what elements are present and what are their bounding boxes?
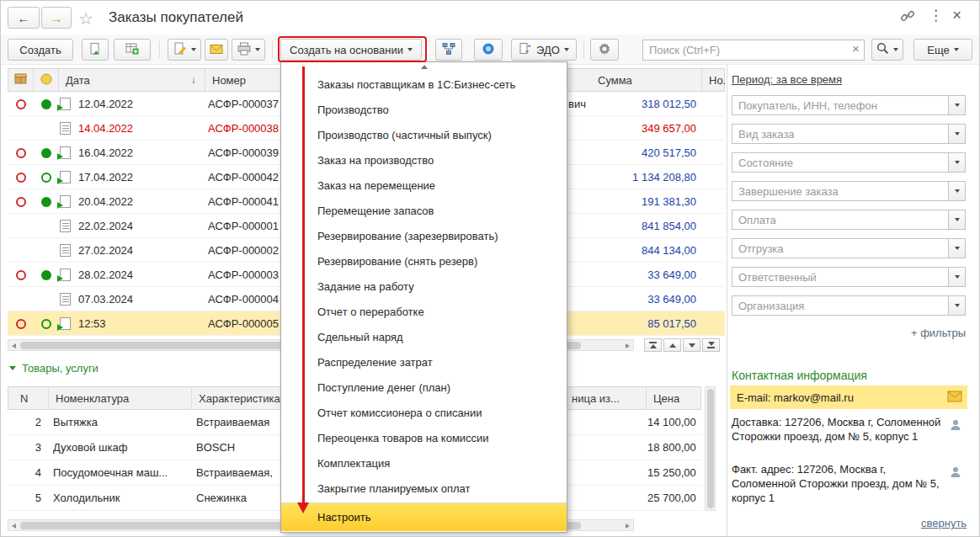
number-column-header[interactable]: Номер — [205, 69, 291, 91]
order-date: 07.03.2024 — [78, 287, 205, 311]
filter-completion-input[interactable]: Завершение заказа — [732, 181, 949, 201]
settings-gear-button[interactable] — [590, 39, 619, 61]
go-down-button[interactable] — [683, 338, 700, 352]
menu-item[interactable]: Отчет комиссионера о списании — [281, 401, 567, 426]
payment-status-icon — [41, 173, 51, 183]
collapse-link[interactable]: свернуть — [921, 517, 967, 529]
menu-item[interactable]: Отчет о переработке — [281, 300, 567, 325]
menu-item[interactable]: Задание на работу — [281, 274, 567, 300]
filter-order-type-input[interactable]: Вид заказа — [732, 124, 949, 144]
go-up-button[interactable] — [663, 338, 681, 352]
menu-dots-icon[interactable]: ⋮ — [929, 8, 943, 24]
menu-item[interactable]: Резервирование (зарезервировать) — [281, 224, 567, 249]
go-last-button[interactable] — [702, 338, 720, 352]
search-options-button[interactable] — [871, 39, 903, 61]
delivery-address: Доставка: 127206, Москва г, Соломенной С… — [732, 415, 944, 459]
filter-state-dropdown[interactable] — [949, 152, 966, 173]
menu-item[interactable]: Закрытие планируемых оплат — [281, 476, 567, 502]
menu-item[interactable]: Распределение затрат — [281, 350, 567, 375]
filter-organization-input[interactable]: Организация — [732, 295, 949, 316]
menu-item[interactable]: Производство (частичный выпуск) — [281, 123, 567, 148]
order-date: 16.04.2022 — [78, 141, 205, 164]
menu-item[interactable]: Сдельный наряд — [281, 325, 567, 350]
characteristic-column-header[interactable]: Характеристика — [192, 387, 288, 409]
shipment-status-icon — [16, 270, 26, 280]
person-icon[interactable] — [949, 465, 962, 481]
list-nav-buttons — [644, 338, 722, 352]
print-button[interactable] — [232, 39, 265, 61]
camera-button[interactable] — [474, 39, 503, 61]
favorite-star-icon[interactable]: ☆ — [78, 8, 93, 29]
back-button[interactable]: ← — [8, 7, 40, 29]
date-column-header[interactable]: Дата ↓ — [59, 69, 205, 91]
search-clear-icon[interactable]: × — [852, 42, 860, 55]
filter-shipment-dropdown[interactable] — [949, 238, 966, 258]
filter-state-input[interactable]: Состояние — [732, 152, 949, 173]
next-column-header[interactable]: Но... — [702, 69, 725, 91]
sort-desc-icon: ↓ — [191, 74, 196, 86]
create-group-button[interactable] — [114, 39, 151, 61]
sum-column-header[interactable]: Сумма — [591, 69, 702, 91]
toolbar-separator — [159, 41, 160, 58]
menu-item[interactable]: Комплектация — [281, 451, 567, 476]
posted-doc-icon — [60, 195, 71, 208]
scroll-left-icon[interactable] — [12, 343, 16, 348]
back-arrow-icon: ← — [18, 11, 30, 25]
filter-payment-input[interactable]: Оплата — [732, 210, 949, 230]
edo-doc-icon — [519, 42, 532, 58]
menu-item[interactable]: Заказ на перемещение — [281, 173, 567, 199]
order-number: АСФР-000041 — [208, 189, 292, 213]
coin-icon — [40, 73, 52, 88]
items-section-header[interactable]: Товары, услуги — [9, 362, 99, 375]
order-sum: 85 017,50 — [553, 311, 696, 335]
email-row[interactable]: E-mail: markov@mail.ru — [730, 385, 967, 409]
close-icon[interactable]: × — [952, 7, 961, 24]
scrollbar-thumb[interactable] — [707, 389, 714, 508]
contact-info-title: Контактная информация — [732, 369, 867, 382]
create-button[interactable]: Создать — [8, 39, 73, 61]
menu-item[interactable]: Перемещение запасов — [281, 199, 567, 224]
menu-item-configure[interactable]: Настроить — [281, 502, 567, 531]
link-icon[interactable] — [900, 8, 915, 28]
toolbar-separator — [272, 41, 273, 58]
period-link[interactable]: Период: за все время — [732, 73, 842, 86]
filter-payment-dropdown[interactable] — [949, 210, 966, 230]
scroll-right-icon[interactable] — [626, 343, 630, 348]
edo-button[interactable]: ЭДО — [511, 39, 577, 61]
menu-item[interactable]: Переоценка товаров на комиссии — [281, 426, 567, 451]
filter-buyer-dropdown[interactable] — [949, 95, 966, 115]
related-documents-button[interactable] — [435, 39, 462, 61]
more-filters-link[interactable]: + фильтры — [876, 327, 966, 339]
menu-item[interactable]: Резервирование (снять резерв) — [281, 249, 567, 274]
filter-responsible-input[interactable]: Ответственный — [732, 267, 949, 287]
nomenclature-column-header[interactable]: Номенклатура — [49, 387, 192, 409]
filter-responsible-dropdown[interactable] — [949, 267, 966, 287]
menu-item[interactable]: Поступление денег (план) — [281, 375, 567, 401]
copy-button[interactable] — [82, 39, 109, 61]
shipment-status-icon — [16, 148, 26, 158]
filter-order-type-dropdown[interactable] — [949, 124, 966, 144]
unit-column-header[interactable]: ница из... — [564, 387, 647, 409]
menu-item[interactable]: Заказы поставщикам в 1С:Бизнес-сеть — [281, 72, 567, 98]
search-input[interactable] — [642, 40, 865, 61]
filter-completion-dropdown[interactable] — [949, 181, 966, 201]
scroll-left-icon[interactable] — [12, 524, 16, 529]
shipment-column-header[interactable] — [8, 69, 34, 91]
go-first-button[interactable] — [644, 338, 662, 352]
n-column-header[interactable]: N — [8, 387, 49, 409]
filter-buyer-input[interactable]: Покупатель, ИНН, телефон — [732, 95, 949, 115]
menu-item[interactable]: Производство — [281, 98, 567, 123]
filter-shipment-input[interactable]: Отгрузка — [732, 238, 949, 258]
payment-column-header[interactable] — [34, 69, 59, 91]
filter-organization-dropdown[interactable] — [949, 295, 966, 316]
change-selected-button[interactable] — [168, 39, 201, 61]
forward-button[interactable]: → — [41, 7, 72, 29]
menu-item[interactable]: Заказ на производство — [281, 148, 567, 173]
email-button[interactable] — [205, 39, 228, 61]
person-icon[interactable] — [949, 418, 962, 434]
price-column-header[interactable]: Цена — [647, 387, 701, 409]
scroll-right-icon[interactable] — [626, 524, 630, 529]
items-vscrollbar[interactable] — [705, 386, 716, 511]
more-button[interactable]: Еще — [913, 39, 972, 61]
envelope-icon[interactable] — [947, 391, 962, 405]
